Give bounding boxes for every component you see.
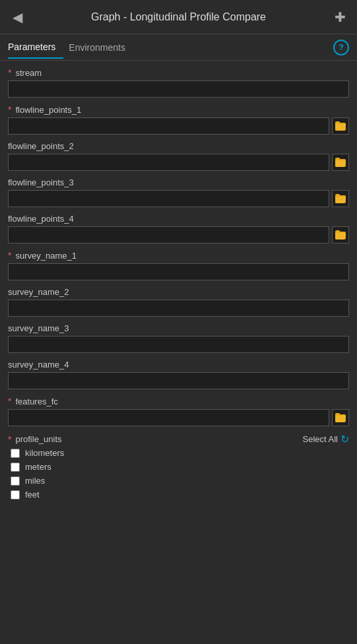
label-survey_name_4: survey_name_4 <box>8 360 349 370</box>
checkbox-label-feet: feet <box>25 490 40 499</box>
checkbox-item-feet[interactable]: feet <box>11 490 349 499</box>
content-area: *stream*flowline_points_1 flowline_point… <box>0 61 357 644</box>
input-stream[interactable] <box>8 80 349 98</box>
tabs-bar: Parameters Environments ? <box>0 34 357 61</box>
field-group-flowline_points_4: flowline_points_4 <box>8 214 349 243</box>
checkbox-meters[interactable] <box>11 463 20 472</box>
required-star-profile-units: * <box>8 434 11 445</box>
label-flowline_points_4: flowline_points_4 <box>8 214 349 224</box>
input-row-survey_name_3 <box>8 336 349 353</box>
checkbox-feet[interactable] <box>11 490 20 499</box>
input-row-flowline_points_1 <box>8 117 349 135</box>
input-flowline_points_1[interactable] <box>8 117 329 135</box>
input-row-survey_name_1 <box>8 263 349 280</box>
input-flowline_points_3[interactable] <box>8 190 329 207</box>
field-group-survey_name_2: survey_name_2 <box>8 287 349 317</box>
checkbox-label-miles: miles <box>25 476 45 486</box>
field-group-survey_name_3: survey_name_3 <box>8 323 349 353</box>
input-flowline_points_2[interactable] <box>8 154 329 171</box>
label-flowline_points_1: *flowline_points_1 <box>8 104 349 115</box>
checkbox-item-meters[interactable]: meters <box>11 462 349 472</box>
folder-icon-flowline_points_1[interactable] <box>332 117 349 135</box>
label-features_fc: *features_fc <box>8 396 349 406</box>
input-row-survey_name_4 <box>8 372 349 389</box>
profile-units-label: * profile_units <box>8 434 62 445</box>
input-flowline_points_4[interactable] <box>8 226 329 243</box>
label-flowline_points_3: flowline_points_3 <box>8 177 349 187</box>
checkbox-kilometers[interactable] <box>11 449 20 458</box>
tab-parameters[interactable]: Parameters <box>8 36 63 59</box>
input-survey_name_2[interactable] <box>8 300 349 317</box>
checkbox-item-miles[interactable]: miles <box>11 476 349 486</box>
input-row-flowline_points_3 <box>8 190 349 207</box>
page-title: Graph - Longitudinal Profile Compare <box>26 11 331 23</box>
checkbox-label-kilometers: kilometers <box>25 448 64 458</box>
profile-units-header: * profile_units Select All ↻ <box>8 433 349 445</box>
input-row-flowline_points_4 <box>8 226 349 243</box>
folder-icon-flowline_points_2[interactable] <box>332 154 349 171</box>
input-features_fc[interactable] <box>8 409 329 426</box>
checkbox-list: kilometersmetersmilesfeet <box>8 448 349 499</box>
checkbox-label-meters: meters <box>25 462 51 472</box>
label-survey_name_3: survey_name_3 <box>8 323 349 333</box>
field-group-stream: *stream <box>8 67 349 98</box>
tab-environments[interactable]: Environments <box>69 37 133 58</box>
required-star-survey_name_1: * <box>8 250 11 261</box>
checkbox-item-kilometers[interactable]: kilometers <box>11 448 349 458</box>
required-star-stream: * <box>8 67 11 78</box>
label-survey_name_2: survey_name_2 <box>8 287 349 297</box>
profile-units-group: * profile_units Select All ↻ kilometersm… <box>8 433 349 499</box>
field-group-features_fc: *features_fc <box>8 396 349 426</box>
label-flowline_points_2: flowline_points_2 <box>8 141 349 151</box>
input-survey_name_1[interactable] <box>8 263 349 280</box>
folder-icon-flowline_points_3[interactable] <box>332 190 349 207</box>
select-all-button[interactable]: Select All ↻ <box>303 433 349 445</box>
input-row-features_fc <box>8 409 349 426</box>
required-star-flowline_points_1: * <box>8 104 11 115</box>
field-group-survey_name_4: survey_name_4 <box>8 360 349 389</box>
field-group-survey_name_1: *survey_name_1 <box>8 250 349 280</box>
field-group-flowline_points_2: flowline_points_2 <box>8 141 349 171</box>
input-row-stream <box>8 80 349 98</box>
label-survey_name_1: *survey_name_1 <box>8 250 349 261</box>
refresh-icon: ↻ <box>341 433 349 445</box>
header: ◀ Graph - Longitudinal Profile Compare ✚ <box>0 0 357 34</box>
folder-icon-flowline_points_4[interactable] <box>332 226 349 243</box>
add-button[interactable]: ✚ <box>331 8 349 26</box>
folder-icon-features_fc[interactable] <box>332 409 349 426</box>
checkbox-miles[interactable] <box>11 476 20 486</box>
required-star-features_fc: * <box>8 396 11 406</box>
input-row-survey_name_2 <box>8 300 349 317</box>
field-group-flowline_points_1: *flowline_points_1 <box>8 104 349 135</box>
input-row-flowline_points_2 <box>8 154 349 171</box>
input-survey_name_3[interactable] <box>8 336 349 353</box>
field-group-flowline_points_3: flowline_points_3 <box>8 177 349 207</box>
label-stream: *stream <box>8 67 349 78</box>
input-survey_name_4[interactable] <box>8 372 349 389</box>
help-icon[interactable]: ? <box>333 40 349 55</box>
back-button[interactable]: ◀ <box>8 8 26 26</box>
